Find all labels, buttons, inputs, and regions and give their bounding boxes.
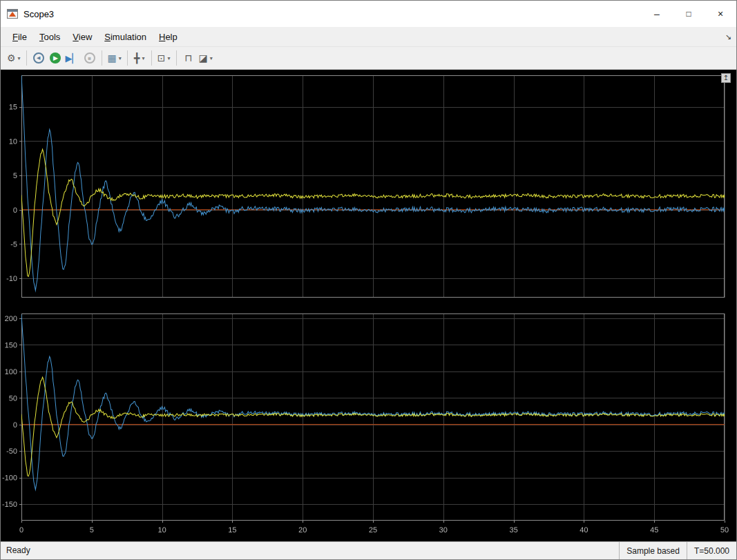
trigger-icon: ⊓ xyxy=(184,52,192,64)
zoom-fit-button[interactable]: ⊡ ▾ xyxy=(155,49,173,67)
statusbar: Ready Sample based T=50.000 xyxy=(1,541,736,559)
highlight-icon: ◪ xyxy=(199,52,208,64)
dock-arrow-icon[interactable]: ↘ xyxy=(725,32,736,41)
chevron-down-icon: ▾ xyxy=(210,55,213,61)
stop-icon: ■ xyxy=(84,52,95,64)
step-back-button[interactable]: ◀ xyxy=(30,49,47,67)
step-forward-icon: ▶▏ xyxy=(66,53,79,64)
toolbar: ⚙ ▾ ◀ ▶ ▶▏ ■ ▦ ▾ ╋ ▾ ⊡ ▾ xyxy=(1,46,736,70)
toolbar-separator xyxy=(102,50,102,66)
sample-mode-indicator: Sample based xyxy=(619,542,687,559)
menubar: File Tools View Simulation Help ↘ xyxy=(1,27,736,46)
gear-icon: ⚙ xyxy=(7,52,16,64)
status-message: Ready xyxy=(1,542,619,559)
cursor-measurements-button[interactable]: ╋ ▾ xyxy=(131,49,148,67)
scope-window: Scope3 – □ × File Tools View Simulation … xyxy=(0,0,737,560)
zoom-fit-icon: ⊡ xyxy=(157,52,166,64)
menu-help[interactable]: Help xyxy=(153,29,184,45)
scope-app-icon xyxy=(7,9,18,19)
toolbar-separator xyxy=(151,50,152,66)
cursor-measurements-icon: ╋ xyxy=(134,52,140,64)
menu-view[interactable]: View xyxy=(66,29,98,45)
maximize-button[interactable]: □ xyxy=(673,1,705,27)
chevron-down-icon: ▾ xyxy=(142,55,145,61)
chevron-down-icon: ▾ xyxy=(168,55,171,61)
toolbar-separator xyxy=(127,50,128,66)
simulink-hierarchy-button[interactable]: ▦ ▾ xyxy=(106,49,124,67)
chevron-down-icon: ▾ xyxy=(119,55,122,61)
trigger-button[interactable]: ⊓ xyxy=(180,49,197,67)
window-controls: – □ × xyxy=(641,1,736,27)
chevron-down-icon: ▾ xyxy=(18,55,21,61)
step-forward-button[interactable]: ▶▏ xyxy=(64,49,82,67)
window-title: Scope3 xyxy=(23,9,54,19)
step-back-icon: ◀ xyxy=(33,52,44,64)
toolbar-separator xyxy=(26,50,27,66)
settings-button[interactable]: ⚙ ▾ xyxy=(5,49,23,67)
play-icon: ▶ xyxy=(50,52,61,64)
waveform-display-canvas[interactable] xyxy=(1,70,736,541)
close-button[interactable]: × xyxy=(705,1,736,27)
signal-highlight-button[interactable]: ◪ ▾ xyxy=(197,49,215,67)
menu-tools[interactable]: Tools xyxy=(33,29,66,45)
minimize-button[interactable]: – xyxy=(641,1,673,27)
expand-plot-button[interactable]: ↥ xyxy=(721,73,731,83)
toolbar-separator xyxy=(176,50,177,66)
stop-button[interactable]: ■ xyxy=(82,49,98,67)
run-button[interactable]: ▶ xyxy=(47,49,64,67)
simulation-time-indicator: T=50.000 xyxy=(687,542,736,559)
blocks-icon: ▦ xyxy=(108,52,117,64)
menu-file[interactable]: File xyxy=(6,29,33,45)
menu-simulation[interactable]: Simulation xyxy=(98,29,153,45)
plot-area: ↥ xyxy=(1,70,736,541)
titlebar: Scope3 – □ × xyxy=(1,1,736,27)
